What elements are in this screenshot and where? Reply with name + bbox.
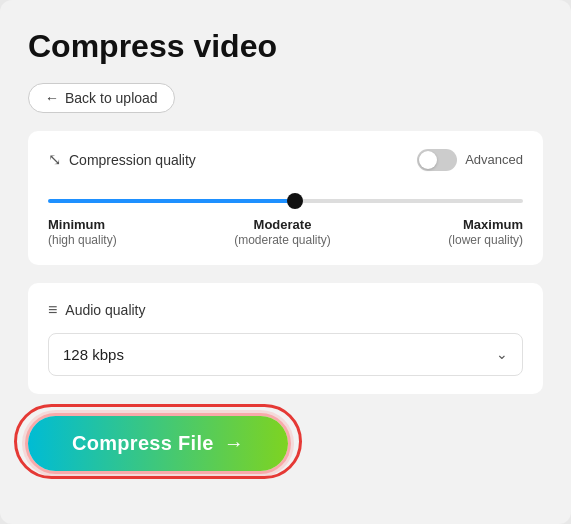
compress-btn-wrapper: Compress File →: [28, 412, 288, 471]
audio-quality-dropdown[interactable]: 128 kbps ⌄: [48, 333, 523, 376]
compress-button-arrow-icon: →: [224, 432, 244, 455]
advanced-toggle-wrapper: Advanced: [417, 149, 523, 171]
slider-label-maximum: Maximum (lower quality): [448, 217, 523, 247]
audio-dropdown-value: 128 kbps: [63, 346, 124, 363]
compression-slider[interactable]: [48, 199, 523, 203]
audio-dropdown-arrow-icon: ⌄: [496, 346, 508, 362]
audio-title-group: ≡ Audio quality: [48, 301, 146, 319]
audio-header: ≡ Audio quality: [48, 301, 523, 319]
back-to-upload-button[interactable]: ← Back to upload: [28, 83, 175, 113]
compression-title-group: ⤡ Compression quality: [48, 150, 196, 169]
slider-container: Minimum (high quality) Moderate (moderat…: [48, 185, 523, 247]
back-arrow-icon: ←: [45, 90, 59, 106]
audio-quality-card: ≡ Audio quality 128 kbps ⌄: [28, 283, 543, 394]
advanced-toggle-label: Advanced: [465, 152, 523, 167]
back-button-label: Back to upload: [65, 90, 158, 106]
page-title: Compress video: [28, 28, 543, 65]
main-window: Compress video ← Back to upload ⤡ Compre…: [0, 0, 571, 524]
advanced-toggle[interactable]: [417, 149, 457, 171]
compression-header: ⤡ Compression quality Advanced: [48, 149, 523, 171]
slider-label-moderate: Moderate (moderate quality): [234, 217, 331, 247]
compress-file-button[interactable]: Compress File →: [28, 416, 288, 471]
slider-label-minimum: Minimum (high quality): [48, 217, 117, 247]
audio-icon: ≡: [48, 301, 57, 319]
compression-title-text: Compression quality: [69, 152, 196, 168]
compression-icon: ⤡: [48, 150, 61, 169]
compress-button-label: Compress File: [72, 432, 214, 455]
compression-quality-card: ⤡ Compression quality Advanced Minimum (…: [28, 131, 543, 265]
audio-title-text: Audio quality: [65, 302, 145, 318]
slider-labels: Minimum (high quality) Moderate (moderat…: [48, 217, 523, 247]
